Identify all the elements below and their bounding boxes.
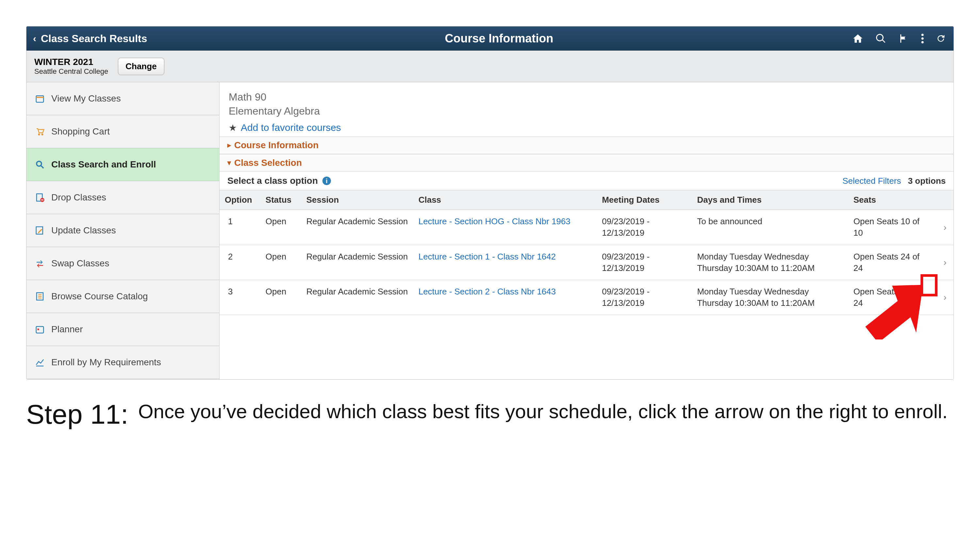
cell-dates: 09/23/2019 - 12/13/2019 [597,210,692,245]
class-option-row-2[interactable]: 2 Open Regular Academic Session Lecture … [220,245,953,280]
svg-line-8 [41,166,44,168]
select-instruction-label: Select a class option [228,176,318,186]
cell-seats: Open Seats 10 of 10 [848,210,936,245]
col-status-header: Status [260,190,301,210]
svg-point-6 [42,134,43,135]
chart-icon [34,357,45,368]
cell-session: Regular Academic Session [301,210,413,245]
sidebar: View My Classes Shopping Cart Class Sear… [27,82,220,379]
page-title: Course Information [154,32,845,45]
page-header: ‹ Class Search Results Course Informatio… [27,27,953,51]
cell-status: Open [260,280,301,315]
change-term-button[interactable]: Change [118,58,164,75]
sidebar-item-label: View My Classes [51,94,121,104]
options-count-label: 3 options [908,176,946,186]
flag-icon[interactable] [898,33,909,44]
cell-seats: Open Seats 24 of 24 [848,280,936,315]
cell-times: Monday Tuesday Wednesday Thursday 10:30A… [692,245,848,280]
col-seats-header: Seats [848,190,936,210]
sidebar-item-planner[interactable]: Planner [27,313,219,346]
cell-option: 3 [220,280,260,315]
edit-icon [34,225,45,236]
sidebar-item-shopping-cart[interactable]: Shopping Cart [27,115,219,148]
sidebar-item-label: Enroll by My Requirements [51,357,161,368]
add-favorite-label: Add to favorite courses [241,122,341,133]
home-icon[interactable] [852,33,863,44]
sidebar-item-browse-catalog[interactable]: Browse Course Catalog [27,280,219,313]
term-subheader: WINTER 2021 Seattle Central College Chan… [27,51,953,82]
drop-icon [34,192,45,203]
col-times-header: Days and Times [692,190,848,210]
sidebar-item-drop-classes[interactable]: Drop Classes [27,181,219,214]
chevron-right-icon: › [943,257,947,267]
sidebar-item-view-my-classes[interactable]: View My Classes [27,82,219,115]
svg-point-1 [921,37,923,40]
section-class-selection-label: Class Selection [234,158,302,168]
back-button[interactable]: ‹ Class Search Results [27,33,154,45]
app-panel: ‹ Class Search Results Course Informatio… [26,26,954,380]
course-title: Elementary Algebra [229,104,944,118]
svg-rect-11 [41,199,44,200]
col-class-header: Class [413,190,597,210]
row-arrow-button[interactable]: › [937,245,953,280]
cell-option: 2 [220,245,260,280]
class-option-row-1[interactable]: 1 Open Regular Academic Session Lecture … [220,210,953,245]
header-icon-group [845,33,953,44]
cell-class-link[interactable]: Lecture - Section HOG - Class Nbr 1963 [413,210,597,245]
triangle-down-icon: ▾ [228,159,231,167]
sidebar-item-class-search-enroll[interactable]: Class Search and Enroll [27,148,219,181]
chevron-right-icon: › [943,222,947,232]
cell-session: Regular Academic Session [301,245,413,280]
cell-session: Regular Academic Session [301,280,413,315]
svg-rect-12 [36,227,43,234]
svg-rect-17 [36,326,44,333]
cart-icon [34,126,45,137]
add-favorite-link[interactable]: ★ Add to favorite courses [220,119,953,137]
row-arrow-button[interactable]: › [937,210,953,245]
svg-point-7 [37,161,41,166]
catalog-icon [34,291,45,302]
page-body: View My Classes Shopping Cart Class Sear… [27,82,953,379]
sidebar-item-label: Swap Classes [51,258,109,268]
class-option-row-3[interactable]: 3 Open Regular Academic Session Lecture … [220,280,953,315]
info-icon[interactable]: i [323,176,331,185]
cell-status: Open [260,210,301,245]
sidebar-item-swap-classes[interactable]: Swap Classes [27,247,219,280]
class-options-table: Option Status Session Class Meeting Date… [220,190,953,315]
actions-menu-icon[interactable] [921,33,924,44]
sidebar-item-label: Browse Course Catalog [51,291,148,302]
back-label: Class Search Results [41,33,147,45]
row-arrow-button[interactable]: › [937,280,953,315]
cell-times: Monday Tuesday Wednesday Thursday 10:30A… [692,280,848,315]
step-text: Once you’ve decided which class best fit… [138,399,948,424]
search-icon[interactable] [875,33,886,44]
cell-option: 1 [220,210,260,245]
cell-dates: 09/23/2019 - 12/13/2019 [597,245,692,280]
cell-seats: Open Seats 24 of 24 [848,245,936,280]
cell-class-link[interactable]: Lecture - Section 2 - Class Nbr 1643 [413,280,597,315]
sidebar-item-update-classes[interactable]: Update Classes [27,214,219,247]
sidebar-item-label: Planner [51,324,83,335]
sidebar-item-label: Class Search and Enroll [51,159,156,170]
refresh-icon[interactable] [936,33,946,43]
table-header-row: Option Status Session Class Meeting Date… [220,190,953,210]
selected-filters-link[interactable]: Selected Filters [843,176,901,186]
step-instruction: Step 11: Once you’ve decided which class… [26,399,954,429]
main-content: Math 90 Elementary Algebra ★ Add to favo… [220,82,953,379]
cell-dates: 09/23/2019 - 12/13/2019 [597,280,692,315]
class-selection-toggle[interactable]: ▾ Class Selection [220,154,953,172]
term-info: WINTER 2021 Seattle Central College [34,57,108,76]
section-course-info-label: Course Information [234,140,318,151]
cell-class-link[interactable]: Lecture - Section 1 - Class Nbr 1642 [413,245,597,280]
svg-point-2 [921,41,923,43]
swap-icon [34,258,45,269]
sidebar-item-label: Shopping Cart [51,126,110,137]
svg-point-5 [38,134,40,135]
cell-status: Open [260,245,301,280]
sidebar-item-enroll-by-requirements[interactable]: Enroll by My Requirements [27,346,219,379]
sidebar-item-label: Drop Classes [51,192,106,203]
col-option-header: Option [220,190,260,210]
col-dates-header: Meeting Dates [597,190,692,210]
planner-icon [34,324,45,335]
course-information-toggle[interactable]: ▸ Course Information [220,137,953,154]
